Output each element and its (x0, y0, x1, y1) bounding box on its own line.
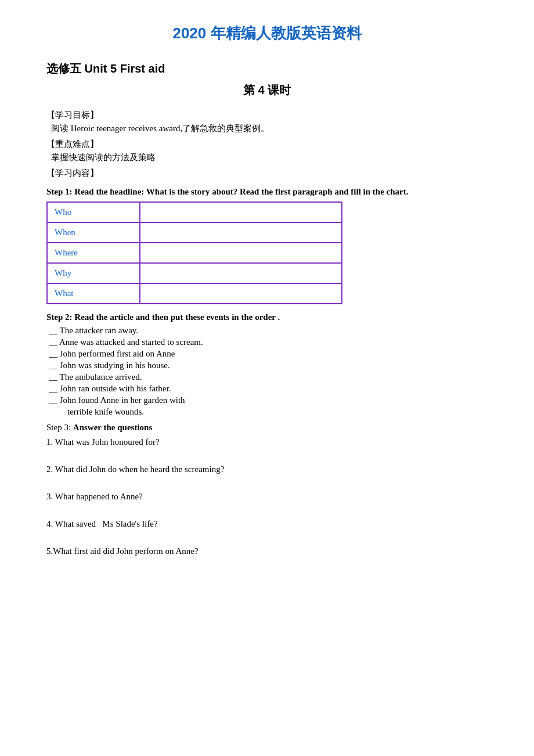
list-item: __ John was studying in his house. (46, 361, 488, 370)
question-3: 3. What happened to Anne? (46, 492, 488, 502)
table-row: Where (47, 243, 342, 263)
chart-value-where[interactable] (140, 243, 342, 263)
learning-content-label: 【学习内容】 (46, 168, 488, 179)
chart-table: Who When Where Why What (46, 201, 342, 304)
list-item: terrible knife wounds. (46, 407, 488, 417)
question-4: 4. What saved Ms Slade's life? (46, 519, 488, 529)
chart-label-what: What (47, 283, 140, 304)
table-row: When (47, 222, 342, 243)
step2-list: __ The attacker ran away. __ Anne was at… (46, 326, 488, 417)
list-item: __ The attacker ran away. (46, 326, 488, 336)
list-item: __ John ran outside with his father. (46, 384, 488, 394)
question-1: 1. What was John honoured for? (46, 437, 488, 447)
subtitle: 选修五 Unit 5 First aid (46, 61, 488, 77)
chart-label-when: When (47, 222, 140, 243)
question-5: 5.What first aid did John perform on Ann… (46, 546, 488, 556)
chart-value-when[interactable] (140, 222, 342, 243)
learning-goal-content: 阅读 Heroic teenager receives award,了解急救的典… (46, 123, 488, 134)
step2-title: Step 2: Read the article and then put th… (46, 312, 488, 322)
step3-title: Step 3: Answer the questions (46, 423, 488, 433)
chart-value-why[interactable] (140, 263, 342, 283)
learning-goal-label: 【学习目标】 (46, 110, 488, 121)
chart-value-who[interactable] (140, 202, 342, 222)
list-item: __ Anne was attacked and started to scre… (46, 337, 488, 347)
chart-label-where: Where (47, 243, 140, 263)
step2-section: Step 2: Read the article and then put th… (46, 312, 488, 417)
list-item: __ The ambulance arrived. (46, 372, 488, 382)
chart-label-why: Why (47, 263, 140, 283)
key-points-content: 掌握快速阅读的方法及策略 (46, 152, 488, 163)
table-row: What (47, 283, 342, 304)
table-row: Who (47, 202, 342, 222)
step3-section: Step 3: Answer the questions 1. What was… (46, 423, 488, 556)
chart-label-who: Who (47, 202, 140, 222)
list-item: __ John found Anne in her garden with (46, 395, 488, 405)
question-2: 2. What did John do when he heard the sc… (46, 465, 488, 474)
page-title: 2020 年精编人教版英语资料 (46, 23, 488, 44)
table-row: Why (47, 263, 342, 283)
step1-instruction: Step 1: Read the headline: What is the s… (46, 187, 488, 197)
lesson-title: 第 4 课时 (46, 82, 488, 98)
list-item: __ John performed first aid on Anne (46, 349, 488, 359)
chart-value-what[interactable] (140, 283, 342, 304)
key-points-label: 【重点难点】 (46, 139, 488, 150)
